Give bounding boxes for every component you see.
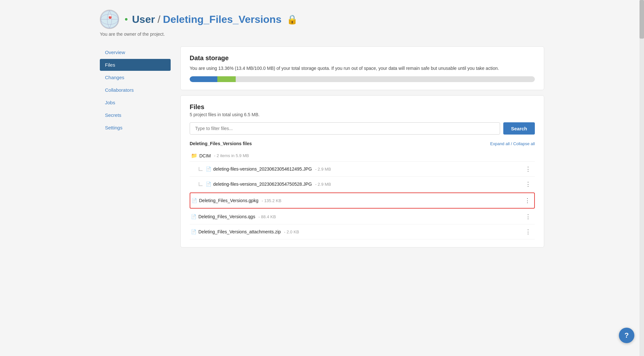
sidebar-item-jobs[interactable]: Jobs — [100, 97, 171, 108]
file-icon: 📄 — [206, 166, 211, 172]
file-icon: 📄 — [191, 229, 196, 234]
file-icon: 📄 — [192, 198, 197, 203]
expand-collapse-link[interactable]: Expand all / Collapse all — [490, 141, 535, 146]
file-name: Deleting_Files_Versions.gpkg — [199, 198, 258, 203]
file-actions-menu[interactable]: ⋮ — [523, 179, 534, 189]
list-item: 📁 DCIM - 2 items in 5.9 MB — [190, 150, 535, 162]
tree-line — [199, 167, 203, 171]
header-separator: / — [157, 14, 160, 25]
header-username: User — [132, 14, 155, 25]
file-meta: - 2.9 MB — [315, 167, 331, 172]
storage-title: Data storage — [190, 54, 535, 62]
storage-bar-used — [190, 76, 217, 82]
file-name: DCIM — [199, 153, 211, 158]
list-item: 📄 Deleting_Files_Versions_attachments.zi… — [190, 224, 535, 239]
scrollbar-thumb[interactable] — [639, 0, 644, 39]
search-button[interactable]: Search — [503, 122, 535, 135]
search-row: Search — [190, 122, 535, 135]
sidebar: Overview Files Changes Collaborators Job… — [100, 46, 171, 134]
file-actions-menu[interactable]: ⋮ — [523, 164, 534, 174]
file-meta: - 2.0 KB — [284, 230, 299, 234]
storage-description: You are using 13.36% (13.4 MB/100.0 MB) … — [190, 65, 535, 72]
file-actions-menu[interactable]: ⋮ — [522, 196, 533, 205]
sidebar-item-changes[interactable]: Changes — [100, 71, 171, 83]
list-item: 📄 Deleting_Files_Versions.gpkg - 135.2 K… — [190, 192, 535, 209]
tree-line — [199, 182, 203, 186]
avatar — [100, 10, 119, 29]
file-meta: - 2.9 MB — [315, 182, 331, 187]
scrollbar-area[interactable] — [639, 0, 644, 356]
sidebar-item-settings[interactable]: Settings — [100, 122, 171, 134]
file-icon: 📄 — [191, 214, 196, 219]
file-icon: 📄 — [206, 182, 211, 187]
storage-bar — [190, 76, 535, 82]
lock-icon: 🔒 — [287, 14, 298, 25]
file-tree: 📁 DCIM - 2 items in 5.9 MB 📄 deleting-fi… — [190, 150, 535, 239]
folder-icon: 📁 — [191, 153, 197, 159]
main-layout: Overview Files Changes Collaborators Job… — [100, 46, 544, 248]
files-card: Files 5 project files in total using 6.5… — [180, 95, 544, 248]
page-header: User / Deleting_Files_Versions 🔒 — [100, 6, 544, 29]
help-button[interactable]: ? — [619, 328, 634, 343]
online-status-dot — [124, 17, 128, 21]
storage-card: Data storage You are using 13.36% (13.4 … — [180, 46, 544, 90]
file-name: Deleting_Files_Versions_attachments.zip — [198, 229, 281, 234]
list-item: 📄 deleting-files-versions_20230623054750… — [190, 177, 535, 192]
file-actions-menu[interactable]: ⋮ — [523, 227, 534, 237]
file-meta: - 88.4 KB — [259, 214, 276, 219]
list-item: 📄 deleting-files-versions_20230623054612… — [190, 162, 535, 177]
file-name: deleting-files-versions_2023062305475052… — [213, 182, 312, 187]
files-title: Files — [190, 103, 535, 111]
files-count: 5 project files in total using 6.5 MB. — [190, 112, 535, 117]
sidebar-item-secrets[interactable]: Secrets — [100, 109, 171, 121]
storage-bar-extra — [217, 76, 236, 82]
file-list-header: Deleting_Files_Versions files Expand all… — [190, 141, 535, 146]
content-area: Data storage You are using 13.36% (13.4 … — [180, 46, 544, 248]
list-item: 📄 Deleting_Files_Versions.qgs - 88.4 KB … — [190, 209, 535, 224]
header-project-name: Deleting_Files_Versions — [163, 14, 281, 25]
file-name: Deleting_Files_Versions.qgs — [198, 214, 255, 219]
sidebar-item-files[interactable]: Files — [100, 59, 171, 71]
owner-text: You are the owner of the project. — [100, 32, 544, 37]
sidebar-item-overview[interactable]: Overview — [100, 46, 171, 58]
file-list-title: Deleting_Files_Versions files — [190, 141, 252, 146]
search-input[interactable] — [190, 122, 500, 135]
file-name: deleting-files-versions_2023062305461249… — [213, 166, 312, 172]
file-actions-menu[interactable]: ⋮ — [523, 212, 534, 221]
sidebar-item-collaborators[interactable]: Collaborators — [100, 84, 171, 96]
file-meta: - 2 items in 5.9 MB — [214, 153, 249, 158]
header-title: User / Deleting_Files_Versions 🔒 — [132, 14, 298, 25]
file-meta: - 135.2 KB — [261, 198, 281, 203]
